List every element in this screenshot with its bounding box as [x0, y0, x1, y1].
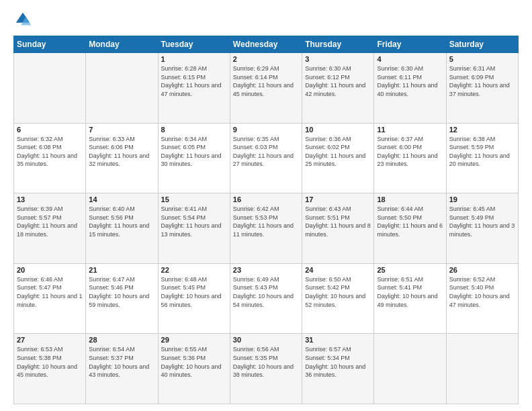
day-info: Sunrise: 6:38 AMSunset: 5:59 PMDaylight:…: [449, 135, 515, 169]
calendar-cell: 7Sunrise: 6:33 AMSunset: 6:06 PMDaylight…: [86, 123, 158, 193]
day-number: 10: [305, 126, 371, 134]
day-number: 14: [89, 195, 154, 203]
day-number: 4: [377, 55, 443, 63]
calendar-cell: [374, 334, 446, 404]
day-number: 18: [377, 195, 443, 203]
calendar-cell: 28Sunrise: 6:54 AMSunset: 5:37 PMDayligh…: [86, 334, 158, 404]
day-info: Sunrise: 6:33 AMSunset: 6:06 PMDaylight:…: [89, 135, 154, 169]
calendar-week-row: 1Sunrise: 6:28 AMSunset: 6:15 PMDaylight…: [14, 53, 519, 124]
calendar-table: SundayMondayTuesdayWednesdayThursdayFrid…: [13, 36, 519, 404]
calendar-week-row: 27Sunrise: 6:53 AMSunset: 5:38 PMDayligh…: [14, 334, 519, 404]
day-info: Sunrise: 6:36 AMSunset: 6:02 PMDaylight:…: [305, 135, 371, 169]
calendar-cell: 3Sunrise: 6:30 AMSunset: 6:12 PMDaylight…: [302, 53, 374, 124]
weekday-header: Friday: [374, 36, 446, 53]
calendar-cell: 5Sunrise: 6:31 AMSunset: 6:09 PMDaylight…: [446, 53, 518, 124]
page: SundayMondayTuesdayWednesdayThursdayFrid…: [0, 0, 532, 411]
weekday-header: Monday: [86, 36, 158, 53]
day-number: 17: [305, 195, 371, 203]
day-info: Sunrise: 6:49 AMSunset: 5:43 PMDaylight:…: [233, 275, 299, 309]
calendar-cell: 15Sunrise: 6:41 AMSunset: 5:54 PMDayligh…: [158, 193, 230, 264]
day-number: 15: [161, 195, 227, 203]
calendar-cell: 24Sunrise: 6:50 AMSunset: 5:42 PMDayligh…: [302, 263, 374, 334]
day-info: Sunrise: 6:47 AMSunset: 5:46 PMDaylight:…: [89, 275, 154, 309]
day-info: Sunrise: 6:42 AMSunset: 5:53 PMDaylight:…: [233, 205, 299, 238]
day-number: 29: [161, 336, 227, 344]
day-info: Sunrise: 6:30 AMSunset: 6:12 PMDaylight:…: [305, 64, 371, 98]
day-info: Sunrise: 6:28 AMSunset: 6:15 PMDaylight:…: [161, 64, 227, 98]
day-number: 11: [377, 126, 443, 134]
calendar-cell: 6Sunrise: 6:32 AMSunset: 6:08 PMDaylight…: [14, 123, 86, 193]
day-info: Sunrise: 6:31 AMSunset: 6:09 PMDaylight:…: [449, 64, 515, 98]
day-info: Sunrise: 6:54 AMSunset: 5:37 PMDaylight:…: [89, 345, 154, 379]
day-number: 16: [233, 195, 299, 203]
calendar-cell: 10Sunrise: 6:36 AMSunset: 6:02 PMDayligh…: [302, 123, 374, 193]
day-number: 5: [449, 55, 515, 63]
day-number: 28: [89, 336, 154, 344]
calendar-cell: 22Sunrise: 6:48 AMSunset: 5:45 PMDayligh…: [158, 263, 230, 334]
calendar-cell: [446, 334, 518, 404]
calendar-week-row: 20Sunrise: 6:46 AMSunset: 5:47 PMDayligh…: [14, 263, 519, 334]
day-number: 25: [377, 266, 443, 274]
weekday-header: Tuesday: [158, 36, 230, 53]
calendar-cell: 29Sunrise: 6:55 AMSunset: 5:36 PMDayligh…: [158, 334, 230, 404]
weekday-header-row: SundayMondayTuesdayWednesdayThursdayFrid…: [14, 36, 519, 53]
calendar-cell: 26Sunrise: 6:52 AMSunset: 5:40 PMDayligh…: [446, 263, 518, 334]
day-info: Sunrise: 6:51 AMSunset: 5:41 PMDaylight:…: [377, 275, 443, 309]
day-info: Sunrise: 6:48 AMSunset: 5:45 PMDaylight:…: [161, 275, 227, 309]
calendar-cell: 4Sunrise: 6:30 AMSunset: 6:11 PMDaylight…: [374, 53, 446, 124]
calendar-cell: 25Sunrise: 6:51 AMSunset: 5:41 PMDayligh…: [374, 263, 446, 334]
day-info: Sunrise: 6:35 AMSunset: 6:03 PMDaylight:…: [233, 135, 299, 169]
calendar-cell: 17Sunrise: 6:43 AMSunset: 5:51 PMDayligh…: [302, 193, 374, 264]
logo-icon: [13, 10, 32, 29]
day-info: Sunrise: 6:32 AMSunset: 6:08 PMDaylight:…: [17, 135, 83, 169]
day-number: 21: [89, 266, 154, 274]
calendar-week-row: 13Sunrise: 6:39 AMSunset: 5:57 PMDayligh…: [14, 193, 519, 264]
day-number: 22: [161, 266, 227, 274]
day-info: Sunrise: 6:44 AMSunset: 5:50 PMDaylight:…: [377, 205, 443, 238]
day-info: Sunrise: 6:41 AMSunset: 5:54 PMDaylight:…: [161, 205, 227, 238]
day-number: 27: [17, 336, 83, 344]
logo: [13, 10, 35, 29]
calendar-cell: 27Sunrise: 6:53 AMSunset: 5:38 PMDayligh…: [14, 334, 86, 404]
calendar-cell: 19Sunrise: 6:45 AMSunset: 5:49 PMDayligh…: [446, 193, 518, 264]
day-info: Sunrise: 6:55 AMSunset: 5:36 PMDaylight:…: [161, 345, 227, 379]
day-info: Sunrise: 6:45 AMSunset: 5:49 PMDaylight:…: [449, 205, 515, 238]
calendar-cell: [86, 53, 158, 124]
day-number: 9: [233, 126, 299, 134]
day-info: Sunrise: 6:40 AMSunset: 5:56 PMDaylight:…: [89, 205, 154, 238]
day-info: Sunrise: 6:30 AMSunset: 6:11 PMDaylight:…: [377, 64, 443, 98]
calendar-cell: 18Sunrise: 6:44 AMSunset: 5:50 PMDayligh…: [374, 193, 446, 264]
day-info: Sunrise: 6:29 AMSunset: 6:14 PMDaylight:…: [233, 64, 299, 98]
calendar-cell: 20Sunrise: 6:46 AMSunset: 5:47 PMDayligh…: [14, 263, 86, 334]
day-number: 24: [305, 266, 371, 274]
day-info: Sunrise: 6:43 AMSunset: 5:51 PMDaylight:…: [305, 205, 371, 238]
day-number: 23: [233, 266, 299, 274]
calendar-cell: 31Sunrise: 6:57 AMSunset: 5:34 PMDayligh…: [302, 334, 374, 404]
calendar-cell: 21Sunrise: 6:47 AMSunset: 5:46 PMDayligh…: [86, 263, 158, 334]
day-info: Sunrise: 6:39 AMSunset: 5:57 PMDaylight:…: [17, 205, 83, 238]
calendar-cell: [14, 53, 86, 124]
weekday-header: Wednesday: [230, 36, 302, 53]
day-info: Sunrise: 6:50 AMSunset: 5:42 PMDaylight:…: [305, 275, 371, 309]
calendar-cell: 8Sunrise: 6:34 AMSunset: 6:05 PMDaylight…: [158, 123, 230, 193]
calendar-cell: 13Sunrise: 6:39 AMSunset: 5:57 PMDayligh…: [14, 193, 86, 264]
day-number: 7: [89, 126, 154, 134]
day-number: 13: [17, 195, 83, 203]
day-number: 30: [233, 336, 299, 344]
day-number: 8: [161, 126, 227, 134]
day-info: Sunrise: 6:53 AMSunset: 5:38 PMDaylight:…: [17, 345, 83, 379]
calendar-week-row: 6Sunrise: 6:32 AMSunset: 6:08 PMDaylight…: [14, 123, 519, 193]
day-number: 3: [305, 55, 371, 63]
day-info: Sunrise: 6:46 AMSunset: 5:47 PMDaylight:…: [17, 275, 83, 309]
calendar-cell: 14Sunrise: 6:40 AMSunset: 5:56 PMDayligh…: [86, 193, 158, 264]
calendar-cell: 23Sunrise: 6:49 AMSunset: 5:43 PMDayligh…: [230, 263, 302, 334]
day-number: 20: [17, 266, 83, 274]
day-info: Sunrise: 6:56 AMSunset: 5:35 PMDaylight:…: [233, 345, 299, 379]
day-info: Sunrise: 6:57 AMSunset: 5:34 PMDaylight:…: [305, 345, 371, 379]
day-number: 2: [233, 55, 299, 63]
calendar-cell: 9Sunrise: 6:35 AMSunset: 6:03 PMDaylight…: [230, 123, 302, 193]
weekday-header: Thursday: [302, 36, 374, 53]
header: [13, 10, 519, 29]
day-number: 12: [449, 126, 515, 134]
day-info: Sunrise: 6:34 AMSunset: 6:05 PMDaylight:…: [161, 135, 227, 169]
